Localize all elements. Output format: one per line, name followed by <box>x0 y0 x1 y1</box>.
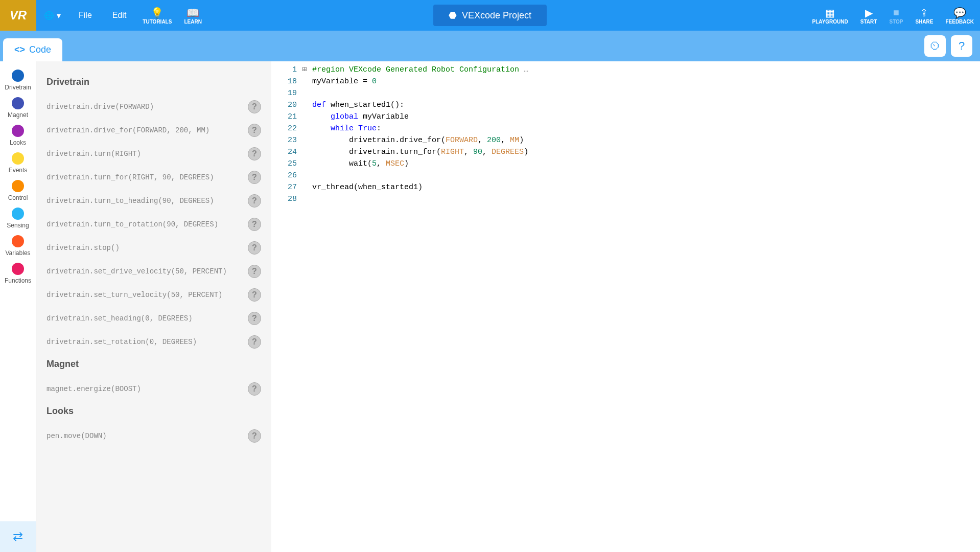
language-button[interactable]: 🌐 ▾ <box>36 11 68 20</box>
snippet-row[interactable]: drivetrain.turn(RIGHT)? <box>44 142 264 166</box>
snippet-section-header: Looks <box>44 406 264 417</box>
category-looks[interactable]: Looks <box>0 122 36 149</box>
fold-column: ⊞ <box>302 64 312 552</box>
file-menu[interactable]: File <box>68 11 102 20</box>
start-button[interactable]: ▶ START <box>854 7 883 25</box>
category-label: Control <box>8 194 28 201</box>
category-label: Events <box>9 167 28 174</box>
project-title[interactable]: ⬣ VEXcode Project <box>433 5 547 26</box>
snippet-section-header: Drivetrain <box>44 77 264 87</box>
convert-icon: ⇄ <box>13 530 23 544</box>
secondbar-right: ⏲ ? <box>924 35 980 57</box>
category-label: Looks <box>10 139 26 146</box>
secondbar: <> Code ⏲ ? <box>0 31 980 61</box>
monitor-button[interactable]: ⏲ <box>924 35 946 57</box>
chevron-down-icon: ▾ <box>57 11 61 20</box>
code-area[interactable]: #region VEXcode Generated Robot Configur… <box>312 64 980 552</box>
feedback-button[interactable]: 💬 FEEDBACK <box>939 7 980 25</box>
snippet-row[interactable]: drivetrain.set_rotation(0, DEGREES)? <box>44 330 264 354</box>
help-button[interactable]: ? <box>951 35 972 57</box>
category-variables[interactable]: Variables <box>0 232 36 260</box>
topbar: VR 🌐 ▾ File Edit 💡 TUTORIALS 📖 LEARN ⬣ V… <box>0 0 980 31</box>
code-editor[interactable]: 1 18 19 20 21 22 23 24 25 26 27 28 ⊞ #re… <box>271 61 980 552</box>
convert-button[interactable]: ⇄ <box>0 521 36 552</box>
stop-icon: ■ <box>893 7 899 19</box>
category-dot-icon <box>12 152 24 165</box>
snippet-help-icon[interactable]: ? <box>248 218 261 231</box>
playground-icon: ▦ <box>825 7 835 19</box>
edit-menu[interactable]: Edit <box>102 11 137 20</box>
snippet-code: drivetrain.set_heading(0, DEGREES) <box>46 314 193 323</box>
lightbulb-icon: 💡 <box>151 7 164 19</box>
category-control[interactable]: Control <box>0 177 36 204</box>
category-dot-icon <box>12 125 24 137</box>
category-label: Magnet <box>8 111 28 119</box>
snippet-help-icon[interactable]: ? <box>248 382 261 396</box>
snippet-row[interactable]: drivetrain.drive(FORWARD)? <box>44 95 264 119</box>
snippet-help-icon[interactable]: ? <box>248 429 261 443</box>
snippet-section-header: Magnet <box>44 359 264 370</box>
playground-button[interactable]: ▦ PLAYGROUND <box>806 7 854 25</box>
snippet-code: drivetrain.turn_to_heading(90, DEGREES) <box>46 197 214 205</box>
category-sensing[interactable]: Sensing <box>0 204 36 232</box>
feedback-icon: 💬 <box>953 7 966 19</box>
tutorials-button[interactable]: 💡 TUTORIALS <box>136 7 178 25</box>
snippet-help-icon[interactable]: ? <box>248 288 261 302</box>
category-label: Drivetrain <box>5 84 31 91</box>
category-drivetrain[interactable]: Drivetrain <box>0 66 36 94</box>
snippet-help-icon[interactable]: ? <box>248 265 261 278</box>
snippet-help-icon[interactable]: ? <box>248 147 261 160</box>
snippet-code: drivetrain.turn_for(RIGHT, 90, DEGREES) <box>46 173 214 181</box>
snippet-panel: Drivetraindrivetrain.drive(FORWARD)?driv… <box>36 61 271 552</box>
snippet-code: drivetrain.drive(FORWARD) <box>46 103 154 111</box>
snippet-row[interactable]: drivetrain.turn_for(RIGHT, 90, DEGREES)? <box>44 166 264 189</box>
book-icon: 📖 <box>186 7 199 19</box>
snippet-row[interactable]: drivetrain.set_heading(0, DEGREES)? <box>44 307 264 330</box>
snippet-row[interactable]: drivetrain.turn_to_rotation(90, DEGREES)… <box>44 213 264 236</box>
snippet-row[interactable]: magnet.energize(BOOST)? <box>44 377 264 401</box>
snippet-row[interactable]: drivetrain.stop()? <box>44 236 264 260</box>
gauge-icon: ⏲ <box>929 39 941 53</box>
snippet-help-icon[interactable]: ? <box>248 335 261 349</box>
category-dot-icon <box>12 208 24 220</box>
snippet-row[interactable]: drivetrain.set_drive_velocity(50, PERCEN… <box>44 260 264 283</box>
play-icon: ▶ <box>865 7 873 19</box>
snippet-row[interactable]: pen.move(DOWN)? <box>44 424 264 448</box>
snippet-code: drivetrain.set_turn_velocity(50, PERCENT… <box>46 291 222 299</box>
snippet-help-icon[interactable]: ? <box>248 312 261 325</box>
snippet-help-icon[interactable]: ? <box>248 171 261 184</box>
snippet-help-icon[interactable]: ? <box>248 194 261 208</box>
cube-icon: ⬣ <box>449 10 457 21</box>
snippet-row[interactable]: drivetrain.drive_for(FORWARD, 200, MM)? <box>44 119 264 142</box>
line-gutter: 1 18 19 20 21 22 23 24 25 26 27 28 <box>271 64 302 552</box>
snippet-code: magnet.energize(BOOST) <box>46 385 141 393</box>
snippet-help-icon[interactable]: ? <box>248 241 261 255</box>
snippet-code: drivetrain.set_rotation(0, DEGREES) <box>46 338 197 346</box>
category-rail: DrivetrainMagnetLooksEventsControlSensin… <box>0 61 36 552</box>
snippet-help-icon[interactable]: ? <box>248 124 261 137</box>
vr-logo[interactable]: VR <box>0 0 36 31</box>
share-button[interactable]: ⇪ SHARE <box>909 7 939 25</box>
category-dot-icon <box>12 70 24 82</box>
snippet-code: drivetrain.drive_for(FORWARD, 200, MM) <box>46 126 209 134</box>
snippet-row[interactable]: drivetrain.set_turn_velocity(50, PERCENT… <box>44 283 264 307</box>
category-magnet[interactable]: Magnet <box>0 94 36 122</box>
category-dot-icon <box>12 263 24 275</box>
learn-button[interactable]: 📖 LEARN <box>178 7 207 25</box>
code-tab[interactable]: <> Code <box>3 38 62 61</box>
snippet-code: pen.move(DOWN) <box>46 432 107 440</box>
category-dot-icon <box>12 97 24 109</box>
snippet-code: drivetrain.turn(RIGHT) <box>46 150 141 158</box>
globe-icon: 🌐 <box>44 11 54 20</box>
stop-button[interactable]: ■ STOP <box>883 7 909 25</box>
category-label: Variables <box>5 249 30 257</box>
snippet-row[interactable]: drivetrain.turn_to_heading(90, DEGREES)? <box>44 189 264 213</box>
snippet-help-icon[interactable]: ? <box>248 100 261 113</box>
share-icon: ⇪ <box>920 7 928 19</box>
snippet-code: drivetrain.set_drive_velocity(50, PERCEN… <box>46 267 227 275</box>
category-label: Functions <box>5 277 31 284</box>
code-icon: <> <box>14 44 25 55</box>
category-functions[interactable]: Functions <box>0 260 36 287</box>
snippet-code: drivetrain.stop() <box>46 244 120 252</box>
category-events[interactable]: Events <box>0 149 36 177</box>
